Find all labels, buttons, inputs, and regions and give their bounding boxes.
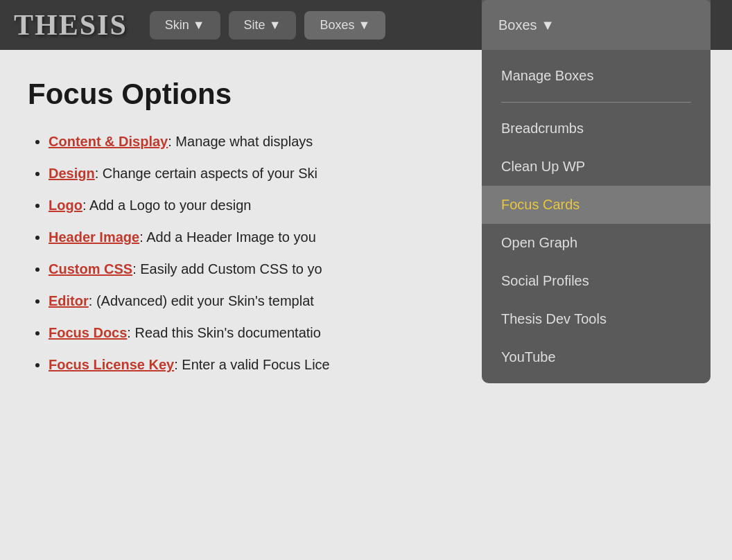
header-image-link[interactable]: Header Image [49, 229, 139, 245]
list-item-text: : Easily add Custom CSS to yo [132, 261, 322, 277]
editor-link[interactable]: Editor [49, 293, 89, 308]
list-item-text: : Enter a valid Focus Lice [174, 357, 330, 372]
manage-boxes-item[interactable]: Manage Boxes [482, 57, 711, 95]
list-item-text: : (Advanced) edit your Skin's templat [89, 293, 314, 308]
list-item: Custom CSS: Easily add Custom CSS to yo [49, 259, 458, 279]
boxes-dropdown: Boxes ▼ Manage Boxes Breadcrumbs Clean U… [482, 0, 711, 383]
logo-link[interactable]: Logo [49, 198, 82, 213]
list-item-text: : Read this Skin's documentatio [127, 325, 321, 340]
dropdown-header-label: Boxes ▼ [498, 17, 555, 33]
breadcrumbs-item[interactable]: Breadcrumbs [482, 110, 711, 148]
options-list: Content & Display: Manage what displays … [28, 132, 458, 374]
main-content: Focus Options Content & Display: Manage … [0, 50, 485, 414]
list-item-text: : Change certain aspects of your Ski [95, 166, 317, 181]
boxes-button[interactable]: Boxes ▼ [304, 11, 385, 40]
focus-docs-link[interactable]: Focus Docs [49, 325, 127, 340]
list-item: Content & Display: Manage what displays [49, 132, 458, 151]
clean-up-wp-item[interactable]: Clean Up WP [482, 148, 711, 186]
design-link[interactable]: Design [49, 166, 95, 181]
logo: THESIS [14, 8, 128, 42]
list-item: Editor: (Advanced) edit your Skin's temp… [49, 291, 458, 310]
list-item-text: : Add a Logo to your design [82, 198, 252, 213]
page-title: Focus Options [28, 78, 458, 111]
dropdown-header[interactable]: Boxes ▼ [482, 0, 711, 50]
focus-cards-item[interactable]: Focus Cards [482, 186, 711, 224]
social-profiles-item[interactable]: Social Profiles [482, 262, 711, 300]
open-graph-item[interactable]: Open Graph [482, 224, 711, 262]
custom-css-link[interactable]: Custom CSS [49, 261, 132, 277]
youtube-item[interactable]: YouTube [482, 338, 711, 376]
dropdown-items: Manage Boxes Breadcrumbs Clean Up WP Foc… [482, 50, 711, 383]
list-item-text: : Manage what displays [168, 134, 313, 149]
list-item: Design: Change certain aspects of your S… [49, 164, 458, 183]
list-item: Focus Docs: Read this Skin's documentati… [49, 323, 458, 342]
site-button[interactable]: Site ▼ [229, 11, 297, 40]
thesis-dev-tools-item[interactable]: Thesis Dev Tools [482, 300, 711, 338]
skin-button[interactable]: Skin ▼ [150, 11, 220, 40]
focus-license-key-link[interactable]: Focus License Key [49, 357, 174, 372]
list-item-text: : Add a Header Image to you [139, 229, 316, 245]
dropdown-separator [501, 102, 691, 103]
content-display-link[interactable]: Content & Display [49, 134, 168, 149]
list-item: Focus License Key: Enter a valid Focus L… [49, 355, 458, 374]
list-item: Header Image: Add a Header Image to you [49, 227, 458, 247]
list-item: Logo: Add a Logo to your design [49, 195, 458, 215]
